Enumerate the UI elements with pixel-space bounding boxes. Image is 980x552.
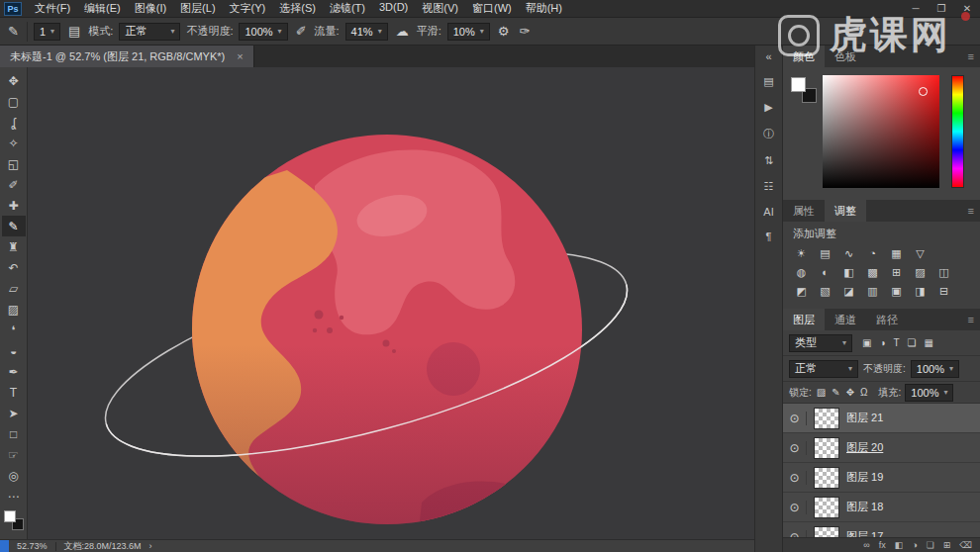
tab-close-icon[interactable]: × bbox=[237, 50, 243, 62]
canvas[interactable] bbox=[28, 67, 754, 539]
history-brush-tool[interactable]: ↶ bbox=[2, 257, 26, 278]
panel-tab[interactable]: 属性 bbox=[783, 200, 825, 222]
adjustment-icon[interactable]: ◧ bbox=[840, 265, 857, 279]
paragraph-icon[interactable]: ¶ bbox=[766, 230, 772, 242]
layers-action-icon[interactable]: fx bbox=[879, 540, 886, 550]
foreground-color-swatch[interactable] bbox=[4, 510, 16, 522]
adjustment-icon[interactable]: ◩ bbox=[793, 284, 810, 298]
adjustment-icon[interactable]: ☀ bbox=[793, 246, 810, 260]
layer-thumbnail[interactable] bbox=[814, 408, 839, 429]
adjustment-icon[interactable]: ▣ bbox=[888, 284, 905, 298]
marquee-tool[interactable]: ▢ bbox=[2, 91, 26, 112]
panel-menu-icon[interactable]: ≡ bbox=[962, 205, 980, 217]
menu-item[interactable]: 编辑(E) bbox=[77, 1, 128, 16]
adjustment-icon[interactable]: ▨ bbox=[912, 265, 929, 279]
stamp-tool[interactable]: ♜ bbox=[2, 236, 26, 257]
adjustment-icon[interactable]: ▧ bbox=[817, 284, 833, 298]
brush-tool-icon[interactable]: ✎ bbox=[6, 24, 21, 39]
layer-opacity-select[interactable]: 100% ▾ bbox=[911, 360, 959, 378]
type-tool[interactable]: T bbox=[2, 382, 26, 403]
adjustment-icon[interactable]: ◨ bbox=[912, 284, 929, 298]
lock-icon[interactable]: ▨ bbox=[816, 387, 827, 398]
minimize-button[interactable]: ─ bbox=[903, 3, 929, 14]
menu-item[interactable]: 选择(S) bbox=[272, 1, 323, 16]
blur-tool[interactable]: ❛ bbox=[2, 320, 26, 340]
gradient-tool[interactable]: ▨ bbox=[2, 299, 26, 320]
blend-mode-select[interactable]: 正常 ▾ bbox=[119, 23, 180, 41]
layer-name[interactable]: 图层 19 bbox=[846, 470, 883, 485]
brush-tool[interactable]: ✎ bbox=[2, 216, 26, 236]
smoothing-select[interactable]: 10% ▾ bbox=[447, 23, 490, 41]
adjustment-icon[interactable]: ◪ bbox=[840, 284, 857, 298]
layer-thumbnail[interactable] bbox=[814, 467, 839, 489]
foreground-background-swatch[interactable] bbox=[4, 510, 24, 530]
panel-menu-icon[interactable]: ≡ bbox=[962, 314, 980, 325]
adjustments-icon[interactable]: ☷ bbox=[764, 180, 774, 193]
eyedropper-tool[interactable]: ✐ bbox=[2, 174, 26, 195]
menu-item[interactable]: 窗口(W) bbox=[465, 1, 519, 16]
gear-icon[interactable]: ⚙ bbox=[496, 24, 512, 39]
lasso-tool[interactable]: ʆ bbox=[2, 112, 26, 133]
status-arrow-icon[interactable]: › bbox=[149, 541, 152, 551]
hue-slider[interactable] bbox=[951, 75, 964, 188]
layer-fill-select[interactable]: 100% ▾ bbox=[905, 384, 953, 402]
layer-row[interactable]: ⊙ 图层 18 bbox=[783, 493, 980, 522]
saturation-brightness-field[interactable] bbox=[823, 75, 939, 188]
panel-tab[interactable]: 通道 bbox=[825, 309, 866, 330]
adjustment-icon[interactable]: ▩ bbox=[864, 265, 881, 279]
lock-icon[interactable]: ✥ bbox=[845, 387, 855, 398]
airbrush-icon[interactable]: ☁ bbox=[394, 24, 411, 39]
layer-name[interactable]: 图层 20 bbox=[846, 440, 883, 455]
lock-icon[interactable]: ✎ bbox=[831, 387, 840, 398]
color-cursor[interactable] bbox=[919, 87, 928, 96]
layer-filter-icon[interactable]: ❏ bbox=[907, 337, 918, 348]
layers-action-icon[interactable]: ◑ bbox=[912, 540, 917, 550]
adjustment-icon[interactable]: ⊟ bbox=[935, 284, 952, 298]
layers-action-icon[interactable]: ◧ bbox=[895, 540, 904, 550]
properties-icon[interactable]: ⇅ bbox=[764, 154, 773, 167]
layer-name[interactable]: 图层 18 bbox=[846, 500, 883, 514]
path-select-tool[interactable]: ➤ bbox=[2, 403, 26, 423]
visibility-eye-icon[interactable]: ⊙ bbox=[783, 501, 807, 514]
layer-filter-icon[interactable]: ▦ bbox=[924, 337, 934, 348]
panel-tab[interactable]: 色板 bbox=[825, 46, 866, 67]
info-icon[interactable]: ⓘ bbox=[763, 127, 774, 141]
shape-tool[interactable]: □ bbox=[2, 423, 26, 444]
libraries-icon[interactable]: ▤ bbox=[763, 75, 773, 88]
adjustment-icon[interactable]: ◔ bbox=[864, 246, 881, 260]
panel-menu-icon[interactable]: ≡ bbox=[962, 50, 980, 62]
quick-select-tool[interactable]: ✧ bbox=[2, 133, 26, 153]
adjustment-icon[interactable]: ◐ bbox=[817, 265, 833, 279]
menu-item[interactable]: 文件(F) bbox=[28, 1, 77, 16]
visibility-eye-icon[interactable]: ⊙ bbox=[783, 471, 807, 485]
move-tool[interactable]: ✥ bbox=[2, 70, 26, 91]
actions-play-icon[interactable]: ▶ bbox=[764, 101, 772, 114]
zoom-tool[interactable]: ◎ bbox=[2, 465, 26, 486]
brush-panel-toggle-icon[interactable]: ▤ bbox=[66, 24, 82, 39]
visibility-eye-icon[interactable]: ⊙ bbox=[783, 441, 807, 455]
ai-panel-icon[interactable]: AI bbox=[763, 206, 773, 218]
layer-thumbnail[interactable] bbox=[814, 437, 839, 459]
adjustment-icon[interactable]: ◫ bbox=[935, 265, 952, 279]
panel-tab[interactable]: 调整 bbox=[825, 200, 866, 222]
layer-row[interactable]: ⊙ 图层 20 bbox=[783, 433, 980, 463]
adjustment-icon[interactable]: ◍ bbox=[793, 265, 810, 279]
flow-select[interactable]: 41% ▾ bbox=[345, 23, 388, 41]
foreground-color-swatch[interactable] bbox=[791, 77, 806, 92]
layer-name[interactable]: 图层 21 bbox=[846, 411, 883, 425]
layer-filter-icon[interactable]: ▣ bbox=[861, 337, 872, 348]
layer-filter-kind-select[interactable]: 类型 ▾ bbox=[789, 334, 852, 352]
layer-row[interactable]: ⊙ 图层 19 bbox=[783, 463, 980, 493]
eraser-tool[interactable]: ▱ bbox=[2, 278, 26, 299]
fg-bg-swatch[interactable] bbox=[791, 77, 817, 103]
adjustment-icon[interactable]: ▦ bbox=[888, 246, 905, 260]
collapse-panels-icon[interactable]: « bbox=[765, 50, 771, 62]
document-tab[interactable]: 未标题-1 @ 52.7% (图层 21, RGB/8/CMYK*) × bbox=[0, 46, 254, 67]
layer-row[interactable]: ⊙ 图层 17 bbox=[783, 522, 980, 537]
adjustment-icon[interactable]: ▥ bbox=[864, 284, 881, 298]
dodge-tool[interactable]: ◒ bbox=[2, 340, 26, 361]
menu-item[interactable]: 图层(L) bbox=[173, 1, 222, 16]
panel-tab[interactable]: 图层 bbox=[783, 309, 825, 330]
menu-item[interactable]: 文字(Y) bbox=[223, 1, 273, 16]
healing-tool[interactable]: ✚ bbox=[2, 195, 26, 216]
